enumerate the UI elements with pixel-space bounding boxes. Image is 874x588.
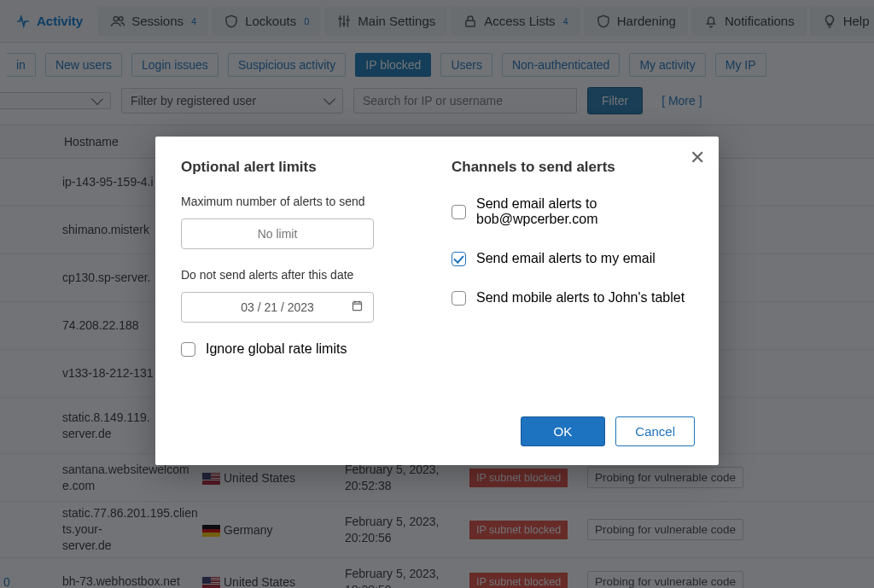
email-my-label: Send email alerts to my email (476, 251, 656, 266)
max-alerts-input[interactable] (181, 218, 374, 249)
alert-dialog: ✕ Optional alert limits Maximum number o… (155, 137, 719, 465)
section-title: Channels to send alerts (452, 159, 693, 176)
max-alerts-label: Maximum number of alerts to send (181, 195, 422, 208)
ignore-global-label: Ignore global rate limits (206, 341, 347, 357)
email-bob-checkbox[interactable] (452, 205, 466, 219)
ignore-global-checkbox[interactable] (181, 342, 195, 357)
ok-button[interactable]: OK (521, 416, 606, 446)
date-label: Do not send alerts after this date (181, 268, 422, 282)
section-title: Optional alert limits (181, 159, 422, 176)
channels-section: Channels to send alerts Send email alert… (452, 159, 693, 381)
email-bob-label: Send email alerts to bob@wpcerber.com (476, 196, 693, 227)
svg-rect-3 (353, 302, 362, 311)
date-input[interactable] (181, 292, 374, 323)
mobile-checkbox[interactable] (452, 291, 466, 306)
email-my-checkbox[interactable] (452, 252, 466, 266)
modal-overlay: ✕ Optional alert limits Maximum number o… (0, 0, 874, 588)
mobile-label: Send mobile alerts to John's tablet (476, 290, 685, 306)
optional-alert-limits-section: Optional alert limits Maximum number of … (181, 159, 422, 381)
close-icon[interactable]: ✕ (690, 148, 705, 167)
cancel-button[interactable]: Cancel (615, 416, 695, 446)
calendar-icon[interactable] (351, 300, 364, 316)
